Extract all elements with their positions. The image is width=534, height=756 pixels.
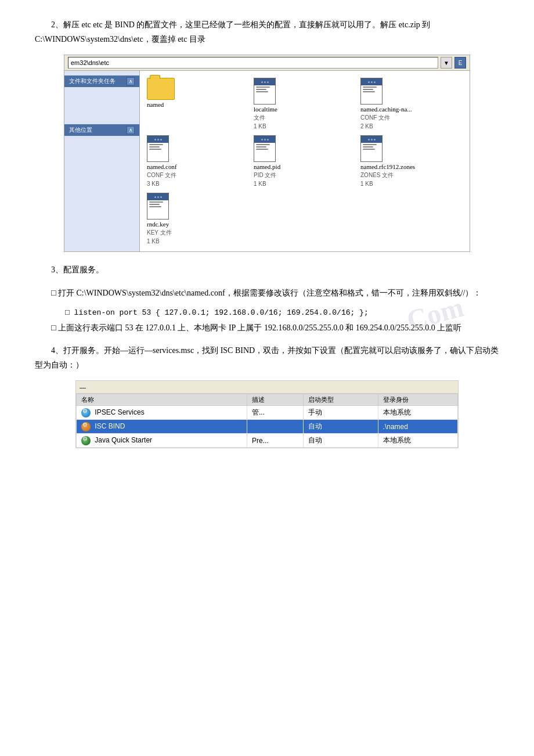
- conf-icon: [254, 135, 276, 162]
- service-icon: [81, 408, 91, 417]
- code-line-1: □ listen-on port 53 { 127.0.0.1; 192.168…: [35, 308, 499, 317]
- conf-icon: [360, 78, 383, 105]
- service-icon: [81, 436, 91, 445]
- services-header-bar: —: [76, 381, 458, 394]
- service-icon: [81, 422, 91, 431]
- file-type: PID 文件: [254, 171, 276, 179]
- explorer-address-row: em32\dns\etc ▼ E: [64, 55, 470, 71]
- conf-icon: [147, 135, 169, 162]
- sidebar-section-bottom[interactable]: 其他位置 ∧: [64, 124, 139, 136]
- file-size: 1 KB: [254, 123, 266, 129]
- services-table-header: 名称 描述 启动类型 登录身份: [77, 394, 458, 406]
- file-item-named-caching[interactable]: named.caching-na... CONF 文件 2 KB: [360, 78, 463, 129]
- explorer-sidebar: 文件和文件夹任务 ∧ 其他位置 ∧: [64, 71, 140, 251]
- table-row[interactable]: Java Quick Starter Pre... 自动 本地系统: [77, 434, 458, 448]
- col-desc: 描述: [247, 394, 303, 406]
- file-type: KEY 文件: [147, 229, 172, 237]
- file-type: CONF 文件: [360, 114, 390, 122]
- sidebar-spacer: [64, 89, 139, 124]
- service-startup-cell: 自动: [303, 420, 378, 434]
- file-name: named.pid: [254, 163, 280, 170]
- services-screenshot: — 名称 描述 启动类型 登录身份 IPSEC Services 管... 手动…: [75, 380, 459, 448]
- sidebar-collapse-btn-2[interactable]: ∧: [127, 126, 135, 134]
- file-name: named.rfc1912.zones: [360, 163, 415, 170]
- para-3a: □ 打开 C:\WINDOWS\system32\dns\etc\named.c…: [35, 286, 499, 300]
- col-name: 名称: [77, 394, 247, 406]
- service-name: Java Quick Starter: [95, 436, 152, 444]
- file-item-rndc-key[interactable]: rndc.key KEY 文件 1 KB: [147, 193, 249, 244]
- section-4-heading: 4、打开服务。开始—运行—services.msc，找到 ISC BIND，双击…: [35, 343, 499, 372]
- service-logon-cell: 本地系统: [378, 434, 457, 448]
- sidebar-collapse-btn[interactable]: ∧: [127, 77, 135, 85]
- service-desc-cell: Pre...: [247, 434, 303, 448]
- file-type: 文件: [254, 114, 265, 122]
- file-name: rndc.key: [147, 221, 169, 228]
- address-bar: em32\dns\etc: [68, 57, 438, 69]
- service-logon-cell: .\named: [378, 420, 457, 434]
- col-startup: 启动类型: [303, 394, 378, 406]
- services-table: 名称 描述 启动类型 登录身份 IPSEC Services 管... 手动 本…: [76, 394, 458, 448]
- service-desc-cell: [247, 420, 303, 434]
- file-size: 3 KB: [147, 181, 160, 187]
- file-size: 1 KB: [360, 181, 373, 187]
- file-item-named-pid[interactable]: named.pid PID 文件 1 KB: [254, 135, 356, 187]
- service-name: ISC BIND: [95, 422, 125, 430]
- file-size: 1 KB: [254, 181, 266, 187]
- conf-icon: [147, 193, 169, 219]
- service-desc-cell: 管...: [247, 406, 303, 420]
- col-logon: 登录身份: [378, 394, 457, 406]
- file-size: 2 KB: [360, 123, 373, 129]
- file-name: named.conf: [147, 163, 177, 170]
- file-name: named: [147, 101, 164, 108]
- paragraph-2: 2、解压 etc etc 是 BIND 的配置文件，这里已经做了一些相关的配置，…: [35, 17, 499, 46]
- folder-icon: [147, 78, 175, 100]
- file-type: ZONES 文件: [360, 171, 394, 179]
- service-name: IPSEC Services: [95, 408, 144, 416]
- conf-icon: [254, 78, 276, 105]
- explorer-screenshot: em32\dns\etc ▼ E 文件和文件夹任务 ∧ 其他位置 ∧ named: [64, 55, 470, 252]
- file-size: 1 KB: [147, 238, 160, 244]
- explorer-main: named localtime 文件 1 KB named.caching-na…: [140, 71, 470, 251]
- sidebar-section-top[interactable]: 文件和文件夹任务 ∧: [64, 75, 139, 87]
- file-item-localtime[interactable]: localtime 文件 1 KB: [254, 78, 356, 129]
- file-item-named-conf[interactable]: named.conf CONF 文件 3 KB: [147, 135, 249, 187]
- conf-icon: [360, 135, 383, 162]
- service-startup-cell: 自动: [303, 434, 378, 448]
- table-row[interactable]: IPSEC Services 管... 手动 本地系统: [77, 406, 458, 420]
- section-3-heading: 3、配置服务。: [35, 262, 499, 277]
- address-dropdown-btn[interactable]: ▼: [441, 57, 452, 69]
- service-name-cell: Java Quick Starter: [77, 434, 247, 448]
- file-name: localtime: [254, 106, 277, 113]
- para-3b: □ 上面这行表示端口 53 在 127.0.0.1 上、本地网卡 IP 上属于 …: [35, 321, 499, 335]
- file-name: named.caching-na...: [360, 106, 412, 113]
- file-item-named-rfc[interactable]: named.rfc1912.zones ZONES 文件 1 KB: [360, 135, 463, 187]
- explorer-body: 文件和文件夹任务 ∧ 其他位置 ∧ named localti: [64, 71, 470, 251]
- service-startup-cell: 手动: [303, 406, 378, 420]
- go-btn[interactable]: E: [454, 57, 466, 69]
- file-item-named[interactable]: named: [147, 78, 249, 129]
- service-name-cell: ISC BIND: [77, 420, 247, 434]
- services-title: —: [80, 384, 86, 391]
- service-logon-cell: 本地系统: [378, 406, 457, 420]
- table-row-selected[interactable]: ISC BIND 自动 .\named: [77, 420, 458, 434]
- service-name-cell: IPSEC Services: [77, 406, 247, 420]
- file-type: CONF 文件: [147, 171, 176, 179]
